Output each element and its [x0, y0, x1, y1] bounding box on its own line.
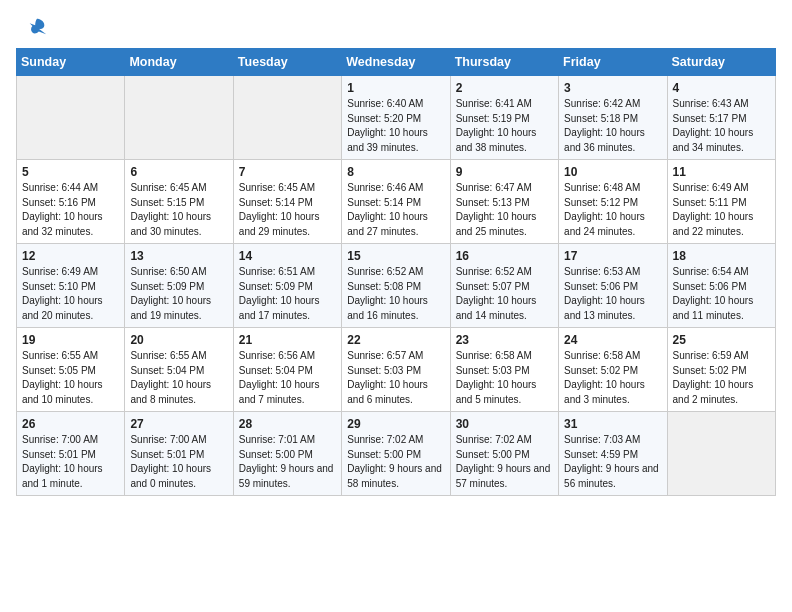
calendar-cell: 24Sunrise: 6:58 AM Sunset: 5:02 PM Dayli…	[559, 328, 667, 412]
day-number: 21	[239, 333, 336, 347]
calendar-cell: 22Sunrise: 6:57 AM Sunset: 5:03 PM Dayli…	[342, 328, 450, 412]
cell-content: Sunrise: 6:47 AM Sunset: 5:13 PM Dayligh…	[456, 181, 553, 239]
cell-content: Sunrise: 7:03 AM Sunset: 4:59 PM Dayligh…	[564, 433, 661, 491]
day-headers-row: SundayMondayTuesdayWednesdayThursdayFrid…	[17, 49, 776, 76]
calendar-cell: 10Sunrise: 6:48 AM Sunset: 5:12 PM Dayli…	[559, 160, 667, 244]
day-number: 18	[673, 249, 770, 263]
day-header-sunday: Sunday	[17, 49, 125, 76]
calendar-cell: 7Sunrise: 6:45 AM Sunset: 5:14 PM Daylig…	[233, 160, 341, 244]
calendar-cell: 15Sunrise: 6:52 AM Sunset: 5:08 PM Dayli…	[342, 244, 450, 328]
cell-content: Sunrise: 6:50 AM Sunset: 5:09 PM Dayligh…	[130, 265, 227, 323]
cell-content: Sunrise: 6:58 AM Sunset: 5:03 PM Dayligh…	[456, 349, 553, 407]
logo-bird-icon	[26, 16, 48, 38]
day-number: 7	[239, 165, 336, 179]
cell-content: Sunrise: 6:52 AM Sunset: 5:08 PM Dayligh…	[347, 265, 444, 323]
calendar-cell: 19Sunrise: 6:55 AM Sunset: 5:05 PM Dayli…	[17, 328, 125, 412]
day-number: 29	[347, 417, 444, 431]
day-number: 11	[673, 165, 770, 179]
cell-content: Sunrise: 6:42 AM Sunset: 5:18 PM Dayligh…	[564, 97, 661, 155]
cell-content: Sunrise: 6:53 AM Sunset: 5:06 PM Dayligh…	[564, 265, 661, 323]
cell-content: Sunrise: 7:01 AM Sunset: 5:00 PM Dayligh…	[239, 433, 336, 491]
cell-content: Sunrise: 6:43 AM Sunset: 5:17 PM Dayligh…	[673, 97, 770, 155]
calendar-cell: 3Sunrise: 6:42 AM Sunset: 5:18 PM Daylig…	[559, 76, 667, 160]
cell-content: Sunrise: 7:02 AM Sunset: 5:00 PM Dayligh…	[347, 433, 444, 491]
logo	[24, 18, 48, 38]
calendar-cell	[125, 76, 233, 160]
calendar-cell	[667, 412, 775, 496]
calendar-week-3: 19Sunrise: 6:55 AM Sunset: 5:05 PM Dayli…	[17, 328, 776, 412]
calendar-cell: 20Sunrise: 6:55 AM Sunset: 5:04 PM Dayli…	[125, 328, 233, 412]
day-number: 4	[673, 81, 770, 95]
calendar-cell: 13Sunrise: 6:50 AM Sunset: 5:09 PM Dayli…	[125, 244, 233, 328]
calendar-cell: 1Sunrise: 6:40 AM Sunset: 5:20 PM Daylig…	[342, 76, 450, 160]
cell-content: Sunrise: 6:49 AM Sunset: 5:10 PM Dayligh…	[22, 265, 119, 323]
day-number: 1	[347, 81, 444, 95]
calendar-cell: 5Sunrise: 6:44 AM Sunset: 5:16 PM Daylig…	[17, 160, 125, 244]
day-number: 6	[130, 165, 227, 179]
calendar-cell: 25Sunrise: 6:59 AM Sunset: 5:02 PM Dayli…	[667, 328, 775, 412]
day-number: 9	[456, 165, 553, 179]
calendar-cell: 30Sunrise: 7:02 AM Sunset: 5:00 PM Dayli…	[450, 412, 558, 496]
day-number: 3	[564, 81, 661, 95]
cell-content: Sunrise: 6:55 AM Sunset: 5:05 PM Dayligh…	[22, 349, 119, 407]
cell-content: Sunrise: 6:52 AM Sunset: 5:07 PM Dayligh…	[456, 265, 553, 323]
day-header-wednesday: Wednesday	[342, 49, 450, 76]
cell-content: Sunrise: 6:58 AM Sunset: 5:02 PM Dayligh…	[564, 349, 661, 407]
day-header-monday: Monday	[125, 49, 233, 76]
calendar-week-0: 1Sunrise: 6:40 AM Sunset: 5:20 PM Daylig…	[17, 76, 776, 160]
calendar-cell	[17, 76, 125, 160]
day-header-thursday: Thursday	[450, 49, 558, 76]
calendar-container: SundayMondayTuesdayWednesdayThursdayFrid…	[0, 44, 792, 506]
day-number: 28	[239, 417, 336, 431]
day-number: 14	[239, 249, 336, 263]
calendar-cell: 17Sunrise: 6:53 AM Sunset: 5:06 PM Dayli…	[559, 244, 667, 328]
calendar-cell: 23Sunrise: 6:58 AM Sunset: 5:03 PM Dayli…	[450, 328, 558, 412]
day-number: 13	[130, 249, 227, 263]
calendar-cell: 26Sunrise: 7:00 AM Sunset: 5:01 PM Dayli…	[17, 412, 125, 496]
cell-content: Sunrise: 6:46 AM Sunset: 5:14 PM Dayligh…	[347, 181, 444, 239]
day-number: 24	[564, 333, 661, 347]
calendar-header: SundayMondayTuesdayWednesdayThursdayFrid…	[17, 49, 776, 76]
day-header-saturday: Saturday	[667, 49, 775, 76]
calendar-cell: 18Sunrise: 6:54 AM Sunset: 5:06 PM Dayli…	[667, 244, 775, 328]
cell-content: Sunrise: 7:00 AM Sunset: 5:01 PM Dayligh…	[22, 433, 119, 491]
day-header-friday: Friday	[559, 49, 667, 76]
cell-content: Sunrise: 6:51 AM Sunset: 5:09 PM Dayligh…	[239, 265, 336, 323]
calendar-cell: 8Sunrise: 6:46 AM Sunset: 5:14 PM Daylig…	[342, 160, 450, 244]
day-number: 5	[22, 165, 119, 179]
cell-content: Sunrise: 6:48 AM Sunset: 5:12 PM Dayligh…	[564, 181, 661, 239]
calendar-cell: 31Sunrise: 7:03 AM Sunset: 4:59 PM Dayli…	[559, 412, 667, 496]
calendar-cell: 29Sunrise: 7:02 AM Sunset: 5:00 PM Dayli…	[342, 412, 450, 496]
cell-content: Sunrise: 7:02 AM Sunset: 5:00 PM Dayligh…	[456, 433, 553, 491]
calendar-table: SundayMondayTuesdayWednesdayThursdayFrid…	[16, 48, 776, 496]
day-number: 26	[22, 417, 119, 431]
page-header	[0, 0, 792, 44]
cell-content: Sunrise: 6:59 AM Sunset: 5:02 PM Dayligh…	[673, 349, 770, 407]
calendar-cell: 9Sunrise: 6:47 AM Sunset: 5:13 PM Daylig…	[450, 160, 558, 244]
day-number: 8	[347, 165, 444, 179]
day-number: 27	[130, 417, 227, 431]
day-number: 10	[564, 165, 661, 179]
day-number: 20	[130, 333, 227, 347]
day-number: 30	[456, 417, 553, 431]
day-number: 15	[347, 249, 444, 263]
day-number: 25	[673, 333, 770, 347]
day-number: 12	[22, 249, 119, 263]
calendar-cell: 21Sunrise: 6:56 AM Sunset: 5:04 PM Dayli…	[233, 328, 341, 412]
calendar-cell: 27Sunrise: 7:00 AM Sunset: 5:01 PM Dayli…	[125, 412, 233, 496]
calendar-cell: 16Sunrise: 6:52 AM Sunset: 5:07 PM Dayli…	[450, 244, 558, 328]
calendar-cell: 28Sunrise: 7:01 AM Sunset: 5:00 PM Dayli…	[233, 412, 341, 496]
cell-content: Sunrise: 6:55 AM Sunset: 5:04 PM Dayligh…	[130, 349, 227, 407]
day-number: 2	[456, 81, 553, 95]
calendar-cell: 14Sunrise: 6:51 AM Sunset: 5:09 PM Dayli…	[233, 244, 341, 328]
calendar-cell: 11Sunrise: 6:49 AM Sunset: 5:11 PM Dayli…	[667, 160, 775, 244]
calendar-week-2: 12Sunrise: 6:49 AM Sunset: 5:10 PM Dayli…	[17, 244, 776, 328]
cell-content: Sunrise: 6:45 AM Sunset: 5:15 PM Dayligh…	[130, 181, 227, 239]
calendar-cell: 2Sunrise: 6:41 AM Sunset: 5:19 PM Daylig…	[450, 76, 558, 160]
cell-content: Sunrise: 7:00 AM Sunset: 5:01 PM Dayligh…	[130, 433, 227, 491]
day-number: 16	[456, 249, 553, 263]
cell-content: Sunrise: 6:57 AM Sunset: 5:03 PM Dayligh…	[347, 349, 444, 407]
cell-content: Sunrise: 6:49 AM Sunset: 5:11 PM Dayligh…	[673, 181, 770, 239]
cell-content: Sunrise: 6:40 AM Sunset: 5:20 PM Dayligh…	[347, 97, 444, 155]
day-header-tuesday: Tuesday	[233, 49, 341, 76]
